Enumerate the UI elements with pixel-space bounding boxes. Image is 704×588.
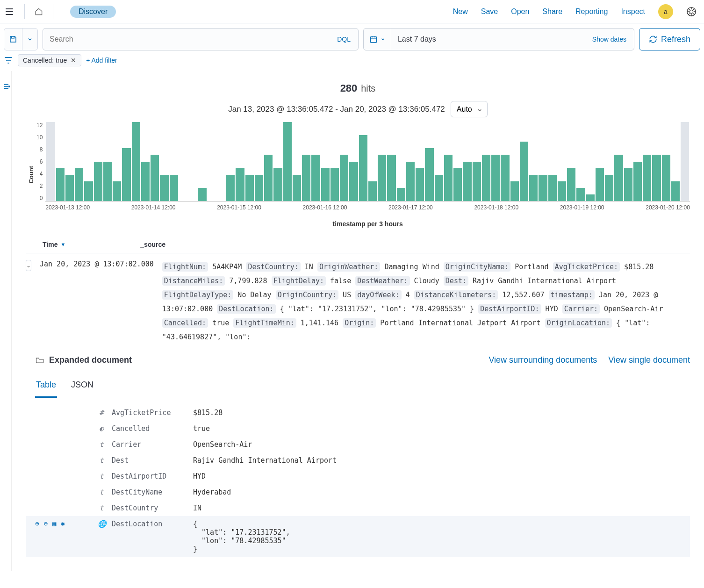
nav-open[interactable]: Open <box>511 7 529 16</box>
add-filter-button[interactable]: + Add filter <box>86 57 117 64</box>
filter-for-icon[interactable]: ⊕ <box>35 520 39 527</box>
folder-icon <box>35 356 44 365</box>
document-field-table: ⊕⊖▦✱#AvgTicketPrice$815.28⊕⊖▦✱◐Cancelled… <box>26 405 690 557</box>
filter-out-icon[interactable]: ⊖ <box>43 520 47 527</box>
field-row[interactable]: ⊕⊖▦✱◐Cancelledtrue <box>26 421 690 437</box>
histogram-chart: Count 121086420 2023-01-13 12:002023-01-… <box>26 122 690 228</box>
results-table-header: Time ▼ _source <box>26 241 690 253</box>
field-type-icon: t <box>98 472 105 480</box>
result-time: Jan 20, 2023 @ 13:07:02.000 <box>40 260 154 344</box>
refresh-button[interactable]: Refresh <box>639 28 700 50</box>
saved-query-group <box>4 28 38 50</box>
field-type-icon: t <box>98 440 105 449</box>
date-picker: Last 7 days Show dates <box>363 28 634 50</box>
column-source[interactable]: _source <box>140 241 165 248</box>
field-type-icon: t <box>98 456 105 465</box>
field-name: DestCountry <box>112 504 187 512</box>
x-axis-ticks: 2023-01-13 12:002023-01-14 12:002023-01-… <box>45 201 690 211</box>
column-time[interactable]: Time ▼ <box>43 241 65 248</box>
search-input[interactable] <box>43 29 330 50</box>
field-name: Carrier <box>112 440 187 449</box>
field-name: AvgTicketPrice <box>112 409 187 417</box>
result-source: FlightNum: 5A4KP4M DestCountry: IN Origi… <box>162 260 690 344</box>
field-row[interactable]: ⊕⊖▦✱tDestCountryIN <box>26 500 690 516</box>
home-icon[interactable] <box>34 7 43 16</box>
query-language-button[interactable]: DQL <box>330 29 358 50</box>
field-value: OpenSearch-Air <box>193 440 690 449</box>
field-value: Rajiv Gandhi International Airport <box>193 456 690 465</box>
field-type-icon: 🌐 <box>98 520 105 528</box>
field-value: HYD <box>193 472 690 480</box>
nav-reporting[interactable]: Reporting <box>575 7 608 16</box>
toggle-column-icon[interactable]: ▦ <box>52 520 56 527</box>
field-type-icon: t <box>98 488 105 496</box>
field-row[interactable]: ⊕⊖▦✱tDestRajiv Gandhi International Airp… <box>26 452 690 468</box>
field-type-icon: t <box>98 504 105 512</box>
nav-share[interactable]: Share <box>542 7 562 16</box>
tab-table[interactable]: Table <box>35 375 57 398</box>
topbar: Discover New Save Open Share Reporting I… <box>0 0 704 23</box>
field-value: IN <box>193 504 690 512</box>
nav-new[interactable]: New <box>453 7 468 16</box>
filter-remove-icon[interactable]: ✕ <box>71 57 76 64</box>
menu-toggle-icon[interactable] <box>4 6 15 17</box>
hit-count-label: hits <box>361 83 375 93</box>
field-value: Hyderabad <box>193 488 690 496</box>
svg-point-1 <box>690 10 693 13</box>
filter-pill[interactable]: Cancelled: true ✕ <box>18 54 81 66</box>
show-dates-button[interactable]: Show dates <box>585 29 634 50</box>
refresh-label: Refresh <box>661 35 690 44</box>
help-icon[interactable] <box>686 7 697 17</box>
y-axis-label: Count <box>26 166 36 184</box>
view-single-link[interactable]: View single document <box>608 355 690 365</box>
field-value: true <box>193 424 690 433</box>
field-value: $815.28 <box>193 409 690 417</box>
nav-inspect[interactable]: Inspect <box>621 7 645 16</box>
svg-rect-2 <box>370 37 377 43</box>
expand-sidebar-icon[interactable] <box>3 82 11 91</box>
divider <box>24 4 25 19</box>
view-surrounding-link[interactable]: View surrounding documents <box>488 355 597 365</box>
expanded-doc-header: Expanded document View surrounding docum… <box>26 355 690 365</box>
search-box: DQL <box>43 28 359 50</box>
content: 280 hits Jan 13, 2023 @ 13:36:05.472 - J… <box>11 71 704 571</box>
field-row[interactable]: ⊕⊖▦✱#AvgTicketPrice$815.28 <box>26 405 690 421</box>
sort-desc-icon: ▼ <box>60 242 65 247</box>
avatar[interactable]: a <box>658 4 673 19</box>
field-name: Cancelled <box>112 424 187 433</box>
hit-count-number: 280 <box>340 82 358 94</box>
y-axis-ticks: 121086420 <box>36 122 45 201</box>
field-row[interactable]: ⊕⊖▦✱tDestAirportIDHYD <box>26 468 690 484</box>
filter-options-icon[interactable] <box>4 56 13 65</box>
query-bar: DQL Last 7 days Show dates Refresh <box>0 23 704 54</box>
exists-filter-icon[interactable]: ✱ <box>61 520 65 527</box>
chart-bars[interactable] <box>45 122 690 201</box>
field-row[interactable]: ⊕⊖▦✱🌐DestLocation{ "lat": "17.23131752",… <box>26 516 690 557</box>
date-quick-select[interactable] <box>364 29 391 50</box>
x-axis-label: timestamp per 3 hours <box>45 220 690 228</box>
nav-save[interactable]: Save <box>481 7 498 16</box>
field-row[interactable]: ⊕⊖▦✱tCarrierOpenSearch-Air <box>26 437 690 452</box>
field-type-icon: ◐ <box>98 424 105 433</box>
date-range-label[interactable]: Last 7 days <box>391 29 585 50</box>
doc-tabs: Table JSON <box>26 375 690 398</box>
field-row[interactable]: ⊕⊖▦✱tDestCityNameHyderabad <box>26 484 690 500</box>
result-row: ⌄ Jan 20, 2023 @ 13:07:02.000 FlightNum:… <box>26 253 690 351</box>
expanded-doc-title: Expanded document <box>49 355 132 365</box>
field-value: { "lat": "17.23131752", "lon": "78.42985… <box>193 520 690 553</box>
field-name: DestLocation <box>112 520 187 528</box>
breadcrumb[interactable]: Discover <box>70 6 116 18</box>
saved-query-icon[interactable] <box>4 29 22 50</box>
collapse-row-icon[interactable]: ⌄ <box>26 260 31 271</box>
interval-select[interactable]: Auto <box>451 101 488 117</box>
time-range-text: Jan 13, 2023 @ 13:36:05.472 - Jan 20, 20… <box>228 105 445 114</box>
divider <box>53 4 53 19</box>
hit-count: 280 hits <box>26 71 690 97</box>
field-type-icon: # <box>98 409 105 417</box>
filters-row: Cancelled: true ✕ + Add filter <box>0 54 704 71</box>
field-name: DestAirportID <box>112 472 187 480</box>
tab-json[interactable]: JSON <box>70 375 94 398</box>
filter-pill-label: Cancelled: true <box>23 57 67 64</box>
field-name: DestCityName <box>112 488 187 496</box>
saved-query-dropdown-icon[interactable] <box>22 29 37 50</box>
